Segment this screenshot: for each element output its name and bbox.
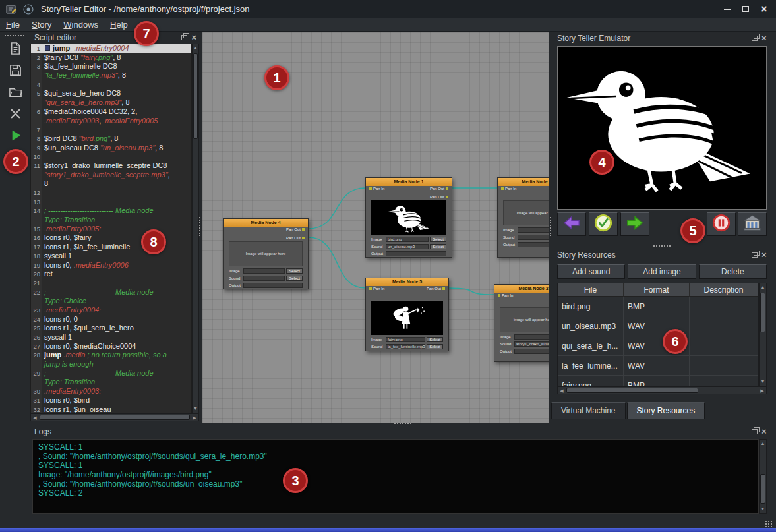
cell-file[interactable]: qui_sera_le_h... <box>558 336 624 356</box>
close-icon[interactable]: × <box>761 251 767 259</box>
home-button[interactable] <box>738 212 767 236</box>
tab-virtual-machine[interactable]: Virtual Machine <box>551 402 626 419</box>
table-row[interactable]: bird.pngBMP <box>558 297 758 316</box>
splitter-handle[interactable] <box>549 216 552 236</box>
float-icon[interactable] <box>752 429 758 434</box>
code-line[interactable]: 13 <box>31 198 191 207</box>
scroll-thumb[interactable] <box>760 474 765 504</box>
code-line[interactable]: 12 <box>31 189 191 198</box>
graph-node-n2[interactable]: Media Node 2Pan InImage will appear here… <box>497 177 549 258</box>
scroll-down-icon[interactable]: ▼ <box>760 378 766 386</box>
cell-format[interactable]: WAV <box>624 356 690 376</box>
node-title[interactable]: Media Node 1 <box>366 178 452 186</box>
code-line[interactable]: 3$la_fee_luminelle DC8 <box>31 62 191 71</box>
output-pin[interactable]: Pan Out <box>286 236 306 241</box>
output-pin[interactable]: Pan Out <box>427 287 446 291</box>
code-editor[interactable]: 1jump .mediaEntry00042$fairy DC8 "fairy.… <box>30 44 192 413</box>
scroll-thumb[interactable] <box>193 53 198 139</box>
input-pin[interactable]: Pan In <box>496 293 513 298</box>
field-value[interactable] <box>386 251 446 256</box>
close-button[interactable]: × <box>755 2 773 16</box>
node-title[interactable]: Media Node 3 <box>494 285 549 293</box>
node-canvas[interactable]: Media Node 4Pan OutPan OutImage will app… <box>202 32 549 423</box>
resource-table[interactable]: FileFormatDescriptionbird.pngBMPun_oisea… <box>557 283 759 386</box>
scroll-right-icon[interactable]: ▶ <box>758 387 766 394</box>
node-title[interactable]: Media Node 5 <box>366 278 448 286</box>
select-button[interactable]: Select <box>286 268 303 274</box>
field-value[interactable] <box>386 351 443 352</box>
code-line[interactable]: 28jump .media ; no return possible, so a <box>31 351 191 360</box>
menu-item-story[interactable]: Story <box>26 19 57 30</box>
cell-file[interactable]: bird.png <box>558 297 624 316</box>
cell-description[interactable] <box>690 336 758 356</box>
input-pin[interactable]: Pan In <box>368 287 384 291</box>
cell-description[interactable] <box>690 356 758 376</box>
add-image-button[interactable]: Add image <box>628 264 696 279</box>
code-line[interactable]: 31lcons r0, $bird <box>31 396 191 405</box>
table-row[interactable]: fairy.pngBMP <box>558 376 758 386</box>
field-value[interactable]: la_fee_luminelle.mp3 <box>386 344 425 349</box>
back-button[interactable] <box>557 212 586 236</box>
output-pin[interactable]: Pan Out <box>430 195 450 200</box>
tab-story-resources[interactable]: Story Resources <box>627 402 705 419</box>
select-button[interactable]: Select <box>430 237 446 242</box>
code-line[interactable]: 17lcons r1, $la_fee_luminelle <box>31 243 191 252</box>
field-value[interactable] <box>243 268 285 274</box>
graph-node-n3[interactable]: Media Node 3Pan InImage will appear here… <box>494 284 549 362</box>
scroll-down-icon[interactable]: ▼ <box>193 405 198 413</box>
code-line[interactable]: 21 <box>31 279 191 288</box>
cell-file[interactable]: la_fee_lumine... <box>558 356 624 376</box>
graph-node-n5[interactable]: Media Node 5Pan InPan OutImagefairy.pngS… <box>365 278 449 351</box>
menu-item-windows[interactable]: Windows <box>57 19 104 30</box>
code-line[interactable]: 16lcons r0, $fairy <box>31 233 191 243</box>
editor-horizontal-scrollbar[interactable]: ◀ ▶ <box>30 413 199 421</box>
new-script-button[interactable] <box>5 40 26 59</box>
validate-button[interactable] <box>589 212 618 236</box>
close-icon[interactable]: × <box>761 34 767 42</box>
code-line[interactable]: jump is enough <box>31 360 191 369</box>
delete-button[interactable]: Delete <box>699 264 767 279</box>
code-line[interactable]: "qui_sera_le_hero.mp3", 8 <box>31 98 191 107</box>
select-button[interactable]: Select <box>427 337 443 342</box>
cell-file[interactable]: fairy.png <box>558 376 624 386</box>
select-button[interactable]: Select <box>427 344 443 349</box>
delete-button[interactable] <box>5 105 26 125</box>
code-line[interactable]: Type: Transition <box>31 216 191 225</box>
output-pin[interactable]: Pan Out <box>430 187 450 191</box>
input-pin[interactable]: Pan In <box>368 187 384 191</box>
scroll-right-icon[interactable]: ▶ <box>191 414 198 421</box>
code-line[interactable]: Type: Choice <box>31 297 191 306</box>
field-value[interactable]: story1_drako_luminelle_sceptre.mp3 <box>514 341 549 347</box>
open-button[interactable] <box>5 83 26 103</box>
float-icon[interactable] <box>752 36 758 41</box>
code-line[interactable]: 2$fairy DC8 "fairy.png", 8 <box>31 53 191 63</box>
scroll-thumb[interactable] <box>760 293 765 332</box>
field-value[interactable] <box>243 276 285 281</box>
resize-grip[interactable] <box>765 520 773 527</box>
table-vertical-scrollbar[interactable]: ▲ ▼ <box>759 283 767 386</box>
code-line[interactable]: .mediaEntry0003, .mediaEntry0005 <box>31 117 191 126</box>
scroll-left-icon[interactable]: ◀ <box>31 414 39 421</box>
code-line[interactable]: 25lcons r1, $qui_sera_le_hero <box>31 324 191 333</box>
code-line[interactable]: 9$un_oiseau DC8 "un_oiseau.mp3", 8 <box>31 144 191 153</box>
code-line[interactable]: 5$qui_sera_le_hero DC8 <box>31 89 191 98</box>
logs-console[interactable]: SYSCALL: 1, Sound: "/home/anthony/ostpro… <box>32 439 759 514</box>
scroll-up-icon[interactable]: ▲ <box>193 44 198 52</box>
input-pin[interactable]: Pan In <box>500 187 516 191</box>
field-value[interactable] <box>514 349 549 354</box>
scroll-down-icon[interactable]: ▼ <box>760 505 766 513</box>
field-value[interactable] <box>518 235 549 240</box>
code-line[interactable]: 15.mediaEntry0005: <box>31 225 191 234</box>
code-line[interactable]: 7 <box>31 125 191 134</box>
code-line[interactable]: 22; --------------------------- Media no… <box>31 288 191 297</box>
field-value[interactable] <box>518 242 549 247</box>
splitter-handle[interactable] <box>394 422 413 425</box>
code-line[interactable]: 27lcons r0, $mediaChoice0004 <box>31 342 191 351</box>
code-line[interactable]: 23.mediaEntry0004: <box>31 306 191 315</box>
scroll-up-icon[interactable]: ▲ <box>760 283 766 291</box>
field-value[interactable]: un_oiseau.mp3 <box>386 244 429 249</box>
code-line[interactable]: 30.mediaEntry0003: <box>31 387 191 396</box>
code-line[interactable]: 32lcons r1, $un_oiseau <box>31 405 191 414</box>
table-row[interactable]: qui_sera_le_h...WAV <box>558 336 758 356</box>
code-line[interactable]: 1jump .mediaEntry0004 <box>31 44 191 53</box>
